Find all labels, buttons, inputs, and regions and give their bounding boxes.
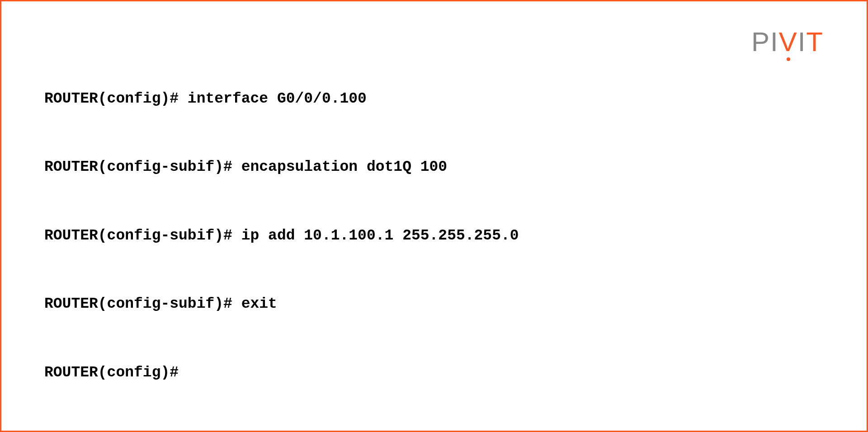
terminal-prompt: ROUTER(config-subif)# (44, 296, 241, 312)
pivit-logo: PIVIT (751, 26, 824, 57)
terminal-line: ROUTER(config)# (44, 362, 519, 384)
terminal-line: ROUTER(config-subif)# exit (44, 293, 519, 315)
terminal-prompt: ROUTER(config-subif)# (44, 227, 241, 244)
terminal-prompt: ROUTER(config-subif)# (44, 159, 241, 175)
terminal-command: encapsulation dot1Q 100 (241, 159, 447, 175)
terminal-command: interface G0/0/0.100 (188, 90, 367, 107)
logo-text-v: V (779, 27, 798, 57)
terminal-line: ROUTER(config)# interface G0/0/0.200 (44, 430, 519, 432)
terminal-line: ROUTER(config-subif)# ip add 10.1.100.1 … (44, 225, 519, 247)
logo-text-i: I (798, 27, 807, 57)
terminal-command: exit (241, 296, 277, 312)
terminal-prompt: ROUTER(config)# (44, 364, 179, 381)
terminal-prompt: ROUTER(config)# (44, 90, 188, 107)
logo-dot-icon (787, 57, 790, 61)
terminal-command: ip add 10.1.100.1 255.255.255.0 (241, 227, 519, 244)
terminal-output: ROUTER(config)# interface G0/0/0.100 ROU… (44, 42, 519, 432)
terminal-line: ROUTER(config)# interface G0/0/0.100 (44, 88, 519, 110)
logo-text-t: T (806, 27, 824, 57)
logo-text-pi: PI (751, 27, 779, 57)
terminal-line: ROUTER(config-subif)# encapsulation dot1… (44, 156, 519, 178)
